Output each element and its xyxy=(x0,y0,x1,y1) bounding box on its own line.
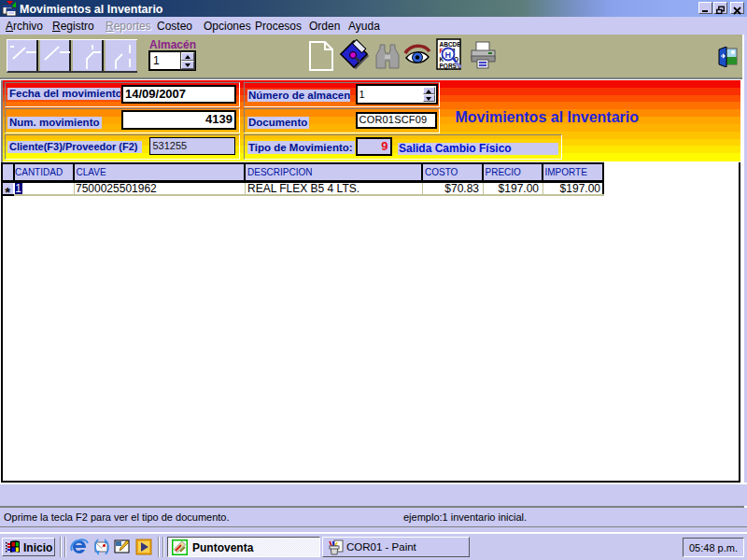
svg-text:H: H xyxy=(445,50,452,60)
svg-text:ABCDE: ABCDE xyxy=(440,41,462,48)
